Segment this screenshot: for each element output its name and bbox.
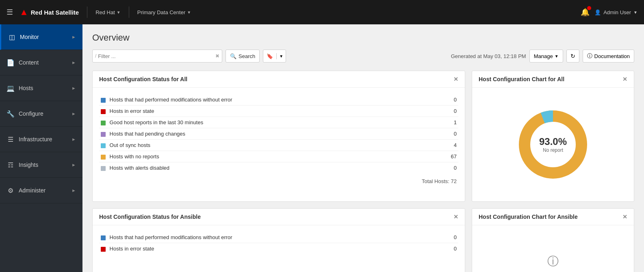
documentation-circle-icon: ⓘ [587,52,592,60]
cards-grid: Host Configuration Status for All ✕ Host… [92,71,634,272]
table-row: Out of sync hosts 4 [99,140,458,151]
host-config-chart-all-close-icon[interactable]: ✕ [622,76,627,82]
sidebar-item-content[interactable]: 📄 Content ► [0,50,82,76]
status-color-box [101,235,106,240]
status-row-label: Hosts that had performed modifications w… [99,94,442,106]
manage-label: Manage [534,53,553,59]
sidebar-item-administer-label: Administer [19,187,46,194]
table-row: Hosts with no reports 67 [99,151,458,162]
status-row-count: 0 [442,243,458,255]
host-config-status-ansible-table: Hosts that had performed modifications w… [99,232,458,254]
status-row-count: 0 [442,232,458,243]
sidebar-item-configure-label: Configure [19,110,43,117]
donut-label-all: No report [539,147,567,153]
user-menu[interactable]: 👤 Admin User ▼ [594,9,637,15]
host-config-status-ansible-body: Hosts that had performed modifications w… [93,225,465,261]
sidebar-item-infrastructure-left: ☰ Infrastructure [7,136,52,143]
donut-percent-all: 93.0% [539,136,567,147]
status-row-count: 4 [442,140,458,151]
redhat-logo-icon: ▲ [20,7,28,17]
host-config-status-ansible-card: Host Configuration Status for Ansible ✕ … [92,208,465,272]
host-config-status-all-header: Host Configuration Status for All ✕ [93,71,465,88]
sidebar-item-insights[interactable]: ☶ Insights ► [0,152,82,178]
status-color-box [101,132,106,137]
sidebar-item-configure-left: 🔧 Configure [7,110,43,118]
status-row-count: 0 [442,94,458,106]
total-hosts-label: Total Hosts: 72 [422,178,457,184]
nav-divider [87,6,87,18]
sidebar-item-administer[interactable]: ⚙ Administer ► [0,178,82,203]
status-row-count: 1 [442,117,458,128]
table-row: Hosts with alerts disabled 0 [99,162,458,174]
notifications-bell[interactable]: 🔔 [581,8,590,17]
host-config-status-ansible-header: Host Configuration Status for Ansible ✕ [93,209,465,225]
monitor-icon: ◫ [8,33,16,41]
refresh-button[interactable]: ↻ [566,50,579,63]
hamburger-menu[interactable]: ☰ [7,8,13,17]
monitor-chevron-icon: ► [72,35,76,39]
status-color-box [101,121,106,125]
table-row: Hosts that had performed modifications w… [99,232,458,243]
administer-icon: ⚙ [7,187,15,194]
org-selector[interactable]: Red Hat ▼ [95,9,121,15]
filter-input-wrapper[interactable]: / ✖ [92,50,222,63]
donut-center-all: 93.0% No report [539,136,567,153]
content-icon: 📄 [7,59,15,67]
host-config-status-all-close-icon[interactable]: ✕ [453,76,458,82]
host-config-status-all-title: Host Configuration Status for All [99,76,187,82]
user-icon: 👤 [594,9,601,15]
sidebar-item-hosts[interactable]: 💻 Hosts ► [0,76,82,101]
host-config-chart-ansible-body: ⓘ No Data Available [472,225,634,272]
filter-slash-icon: / [95,53,96,59]
hosts-icon: 💻 [7,84,15,92]
status-row-count: 0 [442,162,458,174]
insights-chevron-icon: ► [72,162,76,167]
sidebar-item-monitor[interactable]: ◫ Monitor ► [0,24,82,50]
status-row-count: 0 [442,106,458,117]
documentation-button[interactable]: ⓘ Documentation [583,50,634,63]
location-selector[interactable]: Primary Data Center ▼ [137,9,191,15]
search-icon: 🔍 [230,53,236,59]
nav-divider-2 [129,6,129,18]
org-chevron-icon: ▼ [117,10,121,15]
filter-right-controls: Generated at May 03, 12:18 PM Manage ▼ ↻… [451,50,634,63]
configure-chevron-icon: ► [72,111,76,116]
host-config-chart-ansible-title: Host Configuration Chart for Ansible [479,214,578,220]
user-label: Admin User [603,9,631,15]
refresh-icon: ↻ [570,53,575,59]
sidebar-item-configure[interactable]: 🔧 Configure ► [0,101,82,127]
host-config-chart-all-title: Host Configuration Chart for All [479,76,564,82]
sidebar-item-content-label: Content [19,59,39,66]
table-row: Hosts that had pending changes 0 [99,128,458,140]
table-row: Hosts in error state 0 [99,106,458,117]
filter-input[interactable] [98,53,215,59]
host-config-chart-ansible-close-icon[interactable]: ✕ [622,214,627,220]
sidebar-item-insights-label: Insights [19,162,38,168]
table-row: Good host reports in the last 30 minutes… [99,117,458,128]
sidebar-item-monitor-left: ◫ Monitor [8,33,39,41]
page-title: Overview [92,32,634,43]
host-config-status-ansible-close-icon[interactable]: ✕ [453,214,458,220]
search-button[interactable]: 🔍 Search [226,50,260,63]
status-row-label: Hosts in error state [99,106,442,117]
manage-button[interactable]: Manage ▼ [529,50,563,63]
host-config-chart-ansible-header: Host Configuration Chart for Ansible ✕ [472,209,634,225]
bookmark-chevron-icon[interactable]: ▼ [277,54,286,58]
status-color-box [101,247,106,252]
sidebar-item-infrastructure[interactable]: ☰ Infrastructure ► [0,127,82,152]
filter-clear-icon[interactable]: ✖ [215,53,219,59]
sidebar: ◫ Monitor ► 📄 Content ► 💻 Hosts ► 🔧 Conf… [0,24,82,272]
host-config-status-all-total: Total Hosts: 72 [99,173,458,188]
status-row-label: Hosts with no reports [99,151,442,162]
table-row: Hosts that had performed modifications w… [99,94,458,106]
bookmark-icon[interactable]: 🔖 [263,53,277,59]
top-navigation: ☰ ▲ Red Hat Satellite Red Hat ▼ Primary … [0,0,644,24]
host-config-status-all-card: Host Configuration Status for All ✕ Host… [92,71,465,202]
status-color-box [101,166,106,171]
status-row-label: Hosts that had pending changes [99,128,442,140]
bookmark-button[interactable]: 🔖 ▼ [263,50,286,63]
hosts-chevron-icon: ► [72,86,76,91]
host-config-chart-all-header: Host Configuration Chart for All ✕ [472,71,634,88]
generated-text: Generated at May 03, 12:18 PM [451,53,526,59]
sidebar-item-infrastructure-label: Infrastructure [19,136,52,142]
